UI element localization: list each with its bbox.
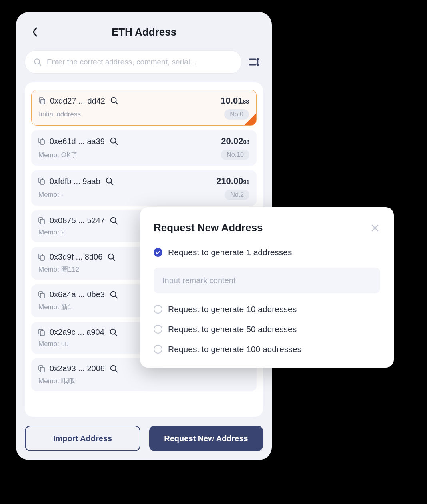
address-card[interactable]: 0xfdfb ... 9aab210.0091Memo: -No.2 bbox=[31, 170, 257, 206]
option-label: Request to generate 10 addresses bbox=[168, 304, 297, 314]
modal-title: Request New Address bbox=[154, 222, 263, 234]
modal-close-button[interactable] bbox=[370, 223, 380, 233]
address-text: 0x3d9f ... 8d06 bbox=[50, 252, 102, 262]
index-badge: No.10 bbox=[221, 150, 249, 160]
svg-rect-17 bbox=[40, 219, 44, 224]
svg-rect-21 bbox=[40, 256, 44, 260]
copy-icon[interactable] bbox=[38, 291, 45, 298]
svg-line-19 bbox=[115, 222, 117, 224]
search-input[interactable] bbox=[47, 58, 233, 66]
option-label: Request to generate 100 addresses bbox=[168, 344, 301, 354]
svg-rect-33 bbox=[40, 367, 44, 372]
page-title: ETH Address bbox=[112, 26, 176, 38]
copy-icon[interactable] bbox=[38, 138, 45, 145]
search-row bbox=[25, 50, 263, 74]
svg-line-7 bbox=[116, 102, 118, 104]
svg-rect-9 bbox=[40, 140, 44, 144]
magnify-icon[interactable] bbox=[107, 253, 116, 262]
sort-icon bbox=[249, 57, 261, 67]
generate-option[interactable]: Request to generate 10 addresses bbox=[154, 304, 380, 314]
close-icon bbox=[371, 224, 379, 232]
modal-header: Request New Address bbox=[154, 222, 380, 234]
index-badge: No.2 bbox=[225, 190, 249, 200]
svg-line-1 bbox=[39, 64, 41, 66]
bottom-bar: Import Address Request New Address bbox=[25, 426, 263, 451]
balance: 10.0188 bbox=[221, 96, 249, 106]
radio-checked-icon bbox=[154, 248, 162, 257]
svg-rect-29 bbox=[40, 331, 44, 336]
magnify-icon[interactable] bbox=[110, 290, 118, 299]
memo-text: Initial address bbox=[39, 110, 81, 118]
balance: 20.0208 bbox=[221, 136, 249, 146]
address-text: 0x6a4a ... 0be3 bbox=[50, 290, 105, 299]
balance: 210.0091 bbox=[216, 176, 249, 186]
option-label: Request to generate 50 addresses bbox=[168, 324, 297, 334]
address-text: 0x0875 ... 5247 bbox=[50, 216, 105, 225]
memo-text: Memo: 圈112 bbox=[38, 265, 79, 274]
generate-option[interactable]: Request to generate 50 addresses bbox=[154, 324, 380, 334]
magnify-icon[interactable] bbox=[110, 96, 119, 105]
svg-rect-25 bbox=[40, 293, 44, 298]
copy-icon[interactable] bbox=[38, 178, 45, 185]
request-new-address-button[interactable]: Request New Address bbox=[149, 426, 263, 451]
remark-input[interactable] bbox=[154, 268, 380, 293]
memo-text: Memo: 哦哦 bbox=[38, 376, 75, 386]
chevron-left-icon bbox=[32, 27, 38, 37]
memo-text: Memo: 2 bbox=[38, 228, 65, 236]
request-address-modal: Request New Address Request to generate … bbox=[140, 207, 394, 368]
radio-unchecked-icon bbox=[154, 345, 162, 354]
back-button[interactable] bbox=[29, 26, 41, 38]
search-icon bbox=[33, 58, 42, 66]
magnify-icon[interactable] bbox=[110, 137, 118, 146]
svg-rect-5 bbox=[41, 99, 45, 104]
svg-rect-13 bbox=[40, 180, 44, 184]
import-address-button[interactable]: Import Address bbox=[25, 426, 140, 451]
memo-text: Memo: 新1 bbox=[38, 302, 72, 312]
sort-button[interactable] bbox=[247, 54, 263, 70]
memo-text: Memo: OK了 bbox=[38, 150, 78, 160]
copy-icon[interactable] bbox=[38, 254, 45, 261]
address-text: 0xe61d ... aa39 bbox=[50, 137, 105, 146]
address-card[interactable]: 0xe61d ... aa3920.0208Memo: OK了No.10 bbox=[31, 130, 257, 166]
svg-line-15 bbox=[111, 182, 113, 184]
search-box[interactable] bbox=[25, 50, 241, 74]
copy-icon[interactable] bbox=[38, 365, 45, 372]
magnify-icon[interactable] bbox=[110, 216, 118, 225]
modal-options: Request to generate 1 addressesRequest t… bbox=[154, 248, 380, 354]
header: ETH Address bbox=[25, 21, 263, 43]
svg-line-31 bbox=[115, 334, 117, 336]
magnify-icon[interactable] bbox=[110, 364, 118, 373]
magnify-icon[interactable] bbox=[105, 177, 114, 186]
generate-option[interactable]: Request to generate 1 addresses bbox=[154, 248, 380, 257]
generate-option[interactable]: Request to generate 100 addresses bbox=[154, 344, 380, 354]
selected-flag-icon bbox=[243, 112, 257, 126]
svg-line-35 bbox=[115, 370, 117, 372]
address-text: 0xfdfb ... 9aab bbox=[50, 177, 100, 186]
radio-unchecked-icon bbox=[154, 325, 162, 334]
option-label: Request to generate 1 addresses bbox=[168, 248, 292, 257]
memo-text: Memo: uu bbox=[38, 340, 69, 348]
svg-line-11 bbox=[115, 142, 117, 144]
address-text: 0x2a9c ... a904 bbox=[50, 328, 104, 337]
copy-icon[interactable] bbox=[38, 217, 45, 224]
memo-text: Memo: - bbox=[38, 191, 63, 199]
radio-unchecked-icon bbox=[154, 305, 162, 314]
magnify-icon[interactable] bbox=[109, 328, 118, 337]
copy-icon[interactable] bbox=[39, 97, 45, 104]
address-text: 0xdd27 ... dd42 bbox=[50, 96, 105, 106]
svg-line-23 bbox=[113, 258, 115, 260]
address-card[interactable]: 0xdd27 ... dd4210.0188Initial addressNo.… bbox=[31, 90, 257, 126]
svg-line-27 bbox=[115, 296, 117, 298]
copy-icon[interactable] bbox=[38, 329, 45, 336]
address-text: 0x2a93 ... 2006 bbox=[50, 364, 105, 373]
